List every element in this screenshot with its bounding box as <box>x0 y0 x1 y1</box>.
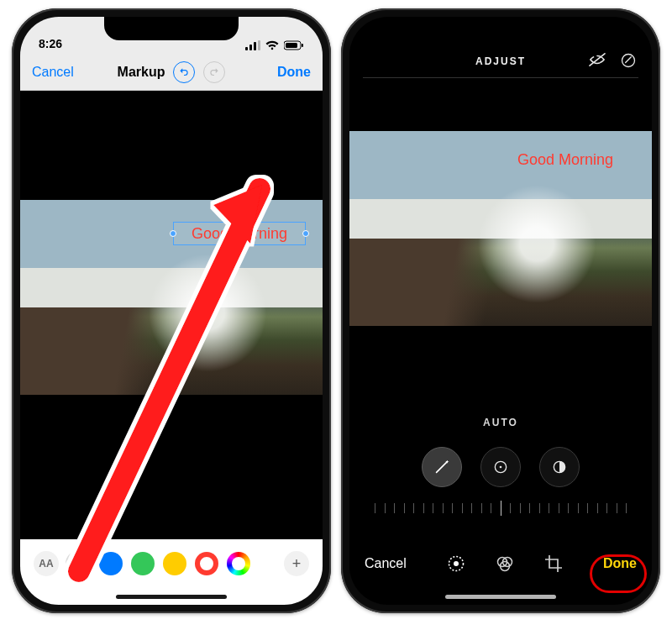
crop-tab-icon[interactable] <box>543 554 564 574</box>
adjust-title: ADJUST <box>475 55 526 67</box>
svg-rect-6 <box>302 44 303 47</box>
screen-markup: 8:26 Cancel Mar <box>20 17 323 605</box>
adjust-knobs <box>349 442 652 492</box>
phone-markup: 8:26 Cancel Mar <box>12 8 331 613</box>
svg-point-12 <box>454 561 459 566</box>
color-swatch-blue[interactable] <box>99 552 123 575</box>
markup-text-value[interactable]: Good Morning <box>192 225 287 243</box>
adjust-slider[interactable] <box>375 497 627 519</box>
add-markup-button[interactable]: + <box>284 551 309 576</box>
resize-handle-right[interactable] <box>302 230 309 237</box>
screen-adjust: ADJUST Good Morning AUTO <box>349 17 652 605</box>
divider <box>363 77 638 78</box>
home-indicator[interactable] <box>116 595 227 599</box>
hide-markup-icon[interactable] <box>588 52 606 69</box>
home-indicator[interactable] <box>445 595 556 599</box>
auto-label: AUTO <box>349 410 652 435</box>
svg-rect-0 <box>245 47 248 50</box>
notch <box>433 17 568 40</box>
filters-tab-icon[interactable] <box>495 554 515 574</box>
overlay-text: Good Morning <box>517 151 613 169</box>
color-swatch-black[interactable] <box>67 552 91 575</box>
cancel-button[interactable]: Cancel <box>365 556 407 571</box>
markup-canvas[interactable]: Good Morning <box>20 91 323 539</box>
undo-button[interactable] <box>173 61 195 83</box>
notch <box>104 17 239 40</box>
auto-enhance-button[interactable] <box>422 447 462 487</box>
done-button[interactable]: Done <box>603 556 637 571</box>
svg-rect-3 <box>258 40 260 50</box>
text-style-button[interactable]: AA <box>34 551 59 576</box>
svg-point-9 <box>500 466 502 469</box>
page-title: Markup <box>118 65 165 80</box>
phone-adjust: ADJUST Good Morning AUTO <box>341 8 660 613</box>
color-swatch-red-selected[interactable] <box>195 552 218 575</box>
brilliance-button[interactable] <box>539 447 580 487</box>
markup-text-box[interactable]: Good Morning <box>173 222 306 245</box>
redo-button <box>203 61 225 83</box>
resize-handle-left[interactable] <box>170 230 176 237</box>
markup-navbar: Cancel Markup Done <box>20 54 323 91</box>
wifi-icon <box>265 40 279 50</box>
color-swatch-yellow[interactable] <box>163 552 186 575</box>
battery-icon <box>284 40 304 50</box>
svg-rect-1 <box>249 45 252 50</box>
cancel-button[interactable]: Cancel <box>32 65 74 80</box>
done-button[interactable]: Done <box>277 65 311 80</box>
adjust-tab-icon[interactable] <box>446 554 466 574</box>
cellular-icon <box>245 40 260 50</box>
svg-rect-5 <box>286 43 297 48</box>
exposure-button[interactable] <box>480 447 521 487</box>
svg-rect-2 <box>254 42 256 50</box>
markup-icon[interactable] <box>620 52 637 69</box>
color-swatch-green[interactable] <box>131 552 155 575</box>
color-picker-button[interactable] <box>227 552 250 575</box>
